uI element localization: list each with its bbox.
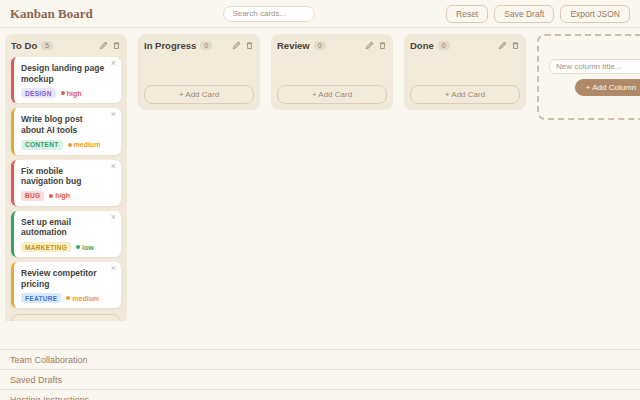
card-priority: high [49,192,70,199]
priority-dot-icon [49,194,53,198]
kanban-column: Done 0 + Add Card [404,34,526,110]
edit-column-icon[interactable] [99,41,108,50]
kanban-card[interactable]: × Set up email automation MARKETING low [11,211,121,257]
close-icon[interactable]: × [111,264,116,273]
kanban-column: To Do 5 × Design landing page mockup DES… [5,34,127,321]
card-label-badge: CONTENT [21,140,63,150]
column-title: Done [410,40,434,51]
close-icon[interactable]: × [111,110,116,119]
card-label-badge: FEATURE [21,293,61,303]
bottom-sections: Team Collaboration Saved Drafts Hosting … [0,349,640,400]
export-json-button[interactable]: Export JSON [560,5,630,23]
close-icon[interactable]: × [111,213,116,222]
column-header: To Do 5 [11,40,121,51]
trash-icon[interactable] [378,41,387,50]
priority-label: low [82,244,94,251]
priority-dot-icon [76,245,80,249]
edit-column-icon[interactable] [365,41,374,50]
add-column-button[interactable]: + Add Column [575,79,640,96]
card-meta: DESIGN high [21,88,114,98]
column-header: Review 0 [277,40,387,51]
kanban-column: In Progress 0 + Add Card [138,34,260,110]
card-priority: medium [66,295,99,302]
reset-button[interactable]: Reset [446,5,488,23]
page-title: Kanban Board [10,6,93,22]
priority-dot-icon [66,296,70,300]
new-column-panel: + Add Column [537,34,640,120]
card-list [277,57,387,79]
card-label-badge: DESIGN [21,88,56,98]
card-title: Design landing page mockup [21,63,114,84]
card-title: Fix mobile navigation bug [21,166,114,187]
card-title: Write blog post about AI tools [21,114,114,135]
card-meta: MARKETING low [21,242,114,252]
card-meta: FEATURE medium [21,293,114,303]
card-priority: medium [68,141,101,148]
column-header: In Progress 0 [144,40,254,51]
priority-label: high [67,90,82,97]
kanban-card[interactable]: × Design landing page mockup DESIGN high [11,57,121,103]
add-card-button[interactable]: + Add Card [144,85,254,104]
app-header: Kanban Board Reset Save Draft Export JSO… [0,0,640,28]
kanban-card[interactable]: × Fix mobile navigation bug BUG high [11,160,121,206]
card-list: × Design landing page mockup DESIGN high… [11,57,121,308]
kanban-column: Review 0 + Add Card [271,34,393,110]
column-count-badge: 0 [438,41,450,50]
edit-column-icon[interactable] [232,41,241,50]
section-saved-drafts[interactable]: Saved Drafts [0,369,640,389]
column-title: Review [277,40,310,51]
add-card-button[interactable]: + Add Card [410,85,520,104]
card-title: Review competitor pricing [21,268,114,289]
column-count-badge: 5 [41,41,53,50]
priority-label: high [55,192,70,199]
column-count-badge: 0 [200,41,212,50]
kanban-card[interactable]: × Review competitor pricing FEATURE medi… [11,262,121,308]
card-title: Set up email automation [21,217,114,238]
section-hosting-instructions[interactable]: Hosting Instructions [0,389,640,400]
column-title: To Do [11,40,37,51]
card-priority: high [61,90,82,97]
trash-icon[interactable] [112,41,121,50]
priority-dot-icon [61,91,65,95]
column-count-badge: 0 [314,41,326,50]
close-icon[interactable]: × [111,162,116,171]
search-input[interactable] [223,6,315,22]
header-actions: Reset Save Draft Export JSON [446,5,630,23]
edit-column-icon[interactable] [498,41,507,50]
column-header: Done 0 [410,40,520,51]
save-draft-button[interactable]: Save Draft [494,5,554,23]
add-card-button[interactable]: + Add Card [11,314,121,321]
priority-dot-icon [68,143,72,147]
card-list [410,57,520,79]
kanban-card[interactable]: × Write blog post about AI tools CONTENT… [11,108,121,154]
card-meta: BUG high [21,191,114,201]
add-card-button[interactable]: + Add Card [277,85,387,104]
card-meta: CONTENT medium [21,140,114,150]
column-title: In Progress [144,40,196,51]
card-priority: low [76,244,94,251]
priority-label: medium [74,141,101,148]
section-team-collaboration[interactable]: Team Collaboration [0,349,640,369]
trash-icon[interactable] [245,41,254,50]
card-label-badge: MARKETING [21,242,71,252]
card-label-badge: BUG [21,191,44,201]
trash-icon[interactable] [511,41,520,50]
priority-label: medium [72,295,99,302]
board: To Do 5 × Design landing page mockup DES… [0,28,640,321]
close-icon[interactable]: × [111,59,116,68]
new-column-title-input[interactable] [549,59,640,74]
card-list [144,57,254,79]
